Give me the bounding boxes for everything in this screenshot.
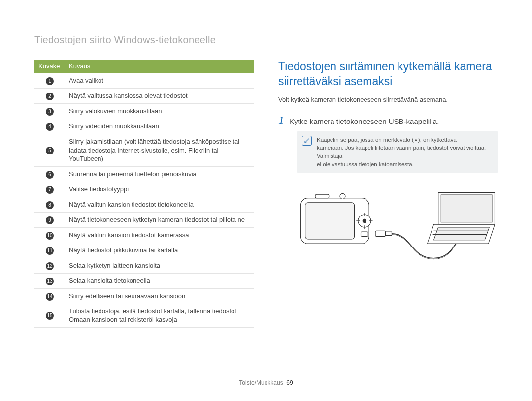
row-desc: Näytä valitun kansion tiedostot kamerass… (65, 227, 254, 243)
row-number-icon: 7 (46, 186, 54, 194)
row-number-icon: 3 (46, 108, 54, 116)
svg-marker-16 (434, 227, 490, 240)
row-number-icon: 12 (46, 262, 54, 270)
row-desc: Suurenna tai pienennä luettelon pienoisk… (65, 166, 254, 182)
table-row: 7Valitse tiedostotyyppi (34, 182, 254, 197)
table-row: 12Selaa kytketyn laitteen kansioita (34, 258, 254, 273)
table-row: 13Selaa kansioita tietokoneella (34, 273, 254, 288)
step-number: 1 (278, 114, 284, 126)
row-number-icon: 5 (46, 147, 54, 154)
row-desc: Näytä valitun kansion tiedostot tietokon… (65, 197, 254, 212)
note-icon (302, 136, 312, 146)
svg-rect-11 (375, 231, 385, 237)
table-row: 15Tulosta tiedostoja, esitä tiedostot ka… (34, 304, 254, 327)
table-row: 8Näytä valitun kansion tiedostot tietoko… (34, 197, 254, 212)
row-number-icon: 9 (46, 216, 54, 224)
right-column: Tiedostojen siirtäminen kytkemällä kamer… (278, 60, 498, 328)
row-number-icon: 6 (46, 171, 54, 179)
row-desc: Selaa kytketyn laitteen kansioita (65, 258, 254, 273)
step-1: 1 Kytke kamera tietokoneeseen USB-kaapel… (278, 114, 498, 126)
footer-page-number: 69 (286, 379, 293, 386)
table-row: 5Siirry jakamistilaan (voit lähettää tie… (34, 134, 254, 167)
row-number-icon: 8 (46, 201, 54, 209)
table-row: 1Avaa valikot (34, 73, 254, 89)
svg-rect-12 (385, 232, 392, 236)
section-subtitle: Voit kytkeä kameran tietokoneeseen siirr… (278, 96, 498, 103)
svg-rect-9 (315, 195, 329, 198)
row-number-icon: 15 (46, 312, 54, 320)
section-title: Tiedostojen siirtäminen kytkemällä kamer… (278, 60, 498, 89)
camera-to-laptop-illustration (297, 187, 498, 266)
svg-rect-8 (361, 232, 368, 237)
row-desc: Näytä tiedostot pikkukuvina tai kartalla (65, 243, 254, 258)
table-row: 11Näytä tiedostot pikkukuvina tai kartal… (34, 243, 254, 258)
table-row: 14Siirry edelliseen tai seuraavaan kansi… (34, 288, 254, 304)
svg-point-3 (363, 219, 366, 223)
note-text-2: kameraan. Jos kaapeli liitetään väärin p… (317, 145, 486, 151)
page-footer: Toisto/Muokkaus 69 (0, 379, 532, 386)
left-column: Kuvake Kuvaus 1Avaa valikot 2Näytä valit… (34, 60, 254, 328)
row-desc: Avaa valikot (65, 73, 254, 89)
th-icon: Kuvake (34, 60, 65, 73)
svg-marker-14 (441, 195, 492, 223)
table-row: 9Näytä tietokoneeseen kytketyn kameran t… (34, 212, 254, 227)
table-row: 6Suurenna tai pienennä luettelon pienois… (34, 166, 254, 182)
note-box: Kaapelin se pää, jossa on merkkivalo (▲)… (297, 131, 498, 174)
note-text-1b: ), on kytkettävä (418, 137, 457, 143)
footer-section: Toisto/Muokkaus (239, 379, 283, 386)
table-row: 3Siirry valokuvien muokkaustilaan (34, 104, 254, 119)
row-desc: Siirry videoiden muokkaustilaan (65, 119, 254, 134)
table-row: 4Siirry videoiden muokkaustilaan (34, 119, 254, 134)
step-text: Kytke kamera tietokoneeseen USB-kaapelil… (289, 117, 439, 125)
row-desc: Siirry valokuvien muokkaustilaan (65, 104, 254, 119)
table-row: 2Näytä valitussa kansiossa olevat tiedos… (34, 89, 254, 104)
row-number-icon: 11 (46, 247, 54, 255)
row-number-icon: 2 (46, 93, 54, 100)
row-number-icon: 4 (46, 123, 54, 131)
row-desc: Näytä valitussa kansiossa olevat tiedost… (65, 89, 254, 104)
row-desc: Tulosta tiedostoja, esitä tiedostot kart… (65, 304, 254, 327)
table-row: 10Näytä valitun kansion tiedostot kamera… (34, 227, 254, 243)
row-desc: Siirry edelliseen tai seuraavaan kansioo… (65, 288, 254, 304)
note-text-4: ei ole vastuussa tietojen katoamisesta. (317, 161, 414, 167)
row-number-icon: 14 (46, 293, 54, 301)
row-number-icon: 1 (46, 77, 54, 85)
triangle-up-icon: ▲ (414, 137, 418, 143)
page-title: Tiedostojen siirto Windows-tietokoneelle (34, 34, 498, 46)
row-desc: Siirry jakamistilaan (voit lähettää tied… (65, 134, 254, 167)
row-number-icon: 13 (46, 278, 54, 285)
row-desc: Näytä tietokoneeseen kytketyn kameran ti… (65, 212, 254, 227)
row-desc: Selaa kansioita tietokoneella (65, 273, 254, 288)
row-number-icon: 10 (46, 232, 54, 240)
note-text-1a: Kaapelin se pää, jossa on merkkivalo ( (317, 137, 414, 143)
row-desc: Valitse tiedostotyyppi (65, 182, 254, 197)
note-text-3: Valmistaja (317, 153, 342, 159)
svg-rect-1 (305, 203, 355, 239)
th-desc: Kuvaus (65, 60, 254, 73)
icon-description-table: Kuvake Kuvaus 1Avaa valikot 2Näytä valit… (34, 60, 254, 328)
svg-point-10 (340, 194, 345, 199)
two-column-layout: Kuvake Kuvaus 1Avaa valikot 2Näytä valit… (34, 60, 498, 328)
